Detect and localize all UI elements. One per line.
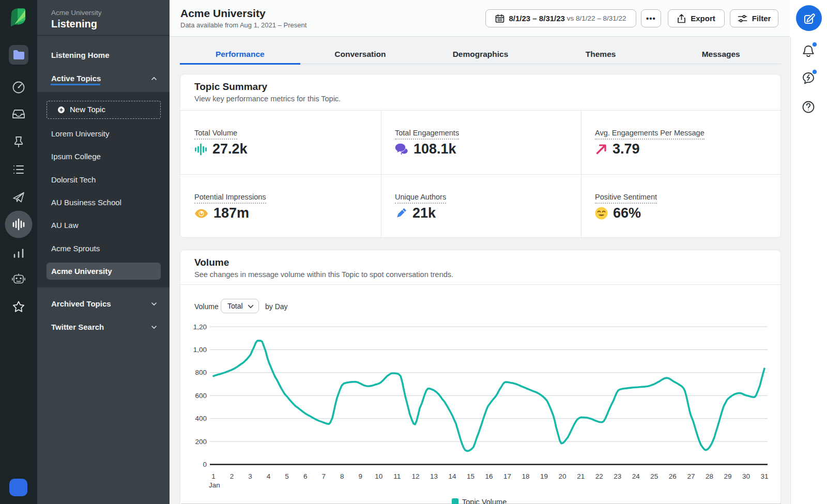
svg-text:8: 8 bbox=[340, 472, 344, 480]
svg-text:31: 31 bbox=[760, 472, 768, 480]
svg-text:9: 9 bbox=[359, 472, 363, 480]
svg-text:2: 2 bbox=[230, 472, 234, 480]
svg-text:1,00: 1,00 bbox=[193, 346, 207, 354]
svg-text:26: 26 bbox=[669, 472, 677, 480]
svg-text:Topic Volume: Topic Volume bbox=[462, 498, 507, 504]
svg-text:5: 5 bbox=[285, 472, 289, 480]
svg-text:1,20: 1,20 bbox=[193, 323, 207, 331]
svg-text:18: 18 bbox=[522, 472, 530, 480]
svg-text:17: 17 bbox=[503, 472, 511, 480]
svg-text:24: 24 bbox=[632, 472, 640, 480]
svg-text:800: 800 bbox=[195, 369, 207, 376]
svg-text:15: 15 bbox=[467, 472, 474, 480]
svg-text:19: 19 bbox=[540, 472, 548, 480]
svg-text:Jan: Jan bbox=[209, 481, 220, 489]
svg-text:600: 600 bbox=[195, 392, 207, 400]
svg-text:27: 27 bbox=[687, 472, 695, 480]
svg-text:4: 4 bbox=[267, 472, 271, 480]
svg-text:16: 16 bbox=[485, 472, 493, 480]
svg-text:14: 14 bbox=[448, 472, 456, 480]
svg-text:30: 30 bbox=[742, 472, 750, 480]
svg-text:29: 29 bbox=[724, 472, 731, 480]
svg-text:1: 1 bbox=[211, 472, 216, 480]
svg-text:23: 23 bbox=[614, 472, 621, 480]
svg-text:22: 22 bbox=[595, 472, 603, 480]
svg-text:20: 20 bbox=[559, 472, 566, 480]
svg-text:7: 7 bbox=[321, 472, 326, 480]
svg-text:28: 28 bbox=[706, 472, 713, 480]
svg-text:0: 0 bbox=[203, 461, 207, 468]
svg-text:6: 6 bbox=[303, 472, 308, 480]
svg-text:21: 21 bbox=[577, 472, 585, 480]
svg-text:13: 13 bbox=[430, 472, 438, 480]
svg-text:200: 200 bbox=[195, 438, 207, 446]
svg-text:3: 3 bbox=[248, 472, 252, 480]
svg-text:25: 25 bbox=[650, 472, 658, 480]
svg-text:12: 12 bbox=[411, 472, 419, 480]
svg-text:11: 11 bbox=[393, 472, 401, 480]
svg-text:10: 10 bbox=[375, 472, 382, 480]
svg-text:400: 400 bbox=[195, 415, 207, 422]
